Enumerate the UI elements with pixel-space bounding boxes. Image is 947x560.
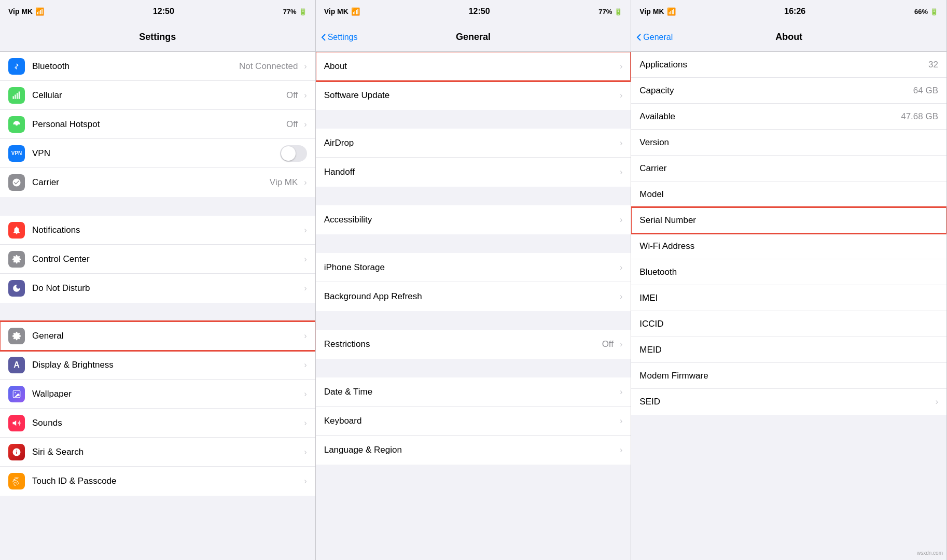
carrier-item[interactable]: Carrier Vip MK › <box>0 168 315 197</box>
vpn-item[interactable]: VPN VPN <box>0 139 315 168</box>
cellular-item[interactable]: Cellular Off › <box>0 81 315 110</box>
general-chevron: › <box>304 331 307 341</box>
bg-refresh-item[interactable]: Background App Refresh › <box>316 282 631 311</box>
general-list[interactable]: About › Software Update › AirDrop › <box>316 52 631 560</box>
applications-item: Applications 32 <box>631 52 946 78</box>
dnd-item[interactable]: Do Not Disturb › <box>0 274 315 303</box>
carrier-about-label: Carrier <box>639 163 666 174</box>
imei-item: IMEI <box>631 285 946 311</box>
siri-chevron: › <box>304 447 307 457</box>
language-item[interactable]: Language & Region › <box>316 436 631 465</box>
system-group: Notifications › Control Center › Do No <box>0 216 315 303</box>
bluetooth-chevron: › <box>304 62 307 71</box>
time-1: 12:50 <box>153 7 174 16</box>
status-bar-1: Vip MK 📶 12:50 77% 🔋 <box>0 0 315 23</box>
network-group: Bluetooth Not Connected › Cellular Off › <box>0 52 315 197</box>
sep-g2 <box>316 187 631 205</box>
handoff-label: Handoff <box>324 167 355 177</box>
sounds-item[interactable]: Sounds › <box>0 409 315 438</box>
back-to-general[interactable]: General <box>636 33 673 42</box>
sep-g5 <box>316 359 631 377</box>
available-item: Available 47.68 GB <box>631 104 946 130</box>
modem-item: Modem Firmware <box>631 363 946 389</box>
model-item: Model <box>631 181 946 207</box>
accessibility-item[interactable]: Accessibility › <box>316 205 631 234</box>
general-item[interactable]: General › <box>0 321 315 351</box>
seid-label: SEID <box>639 397 660 407</box>
control-item[interactable]: Control Center › <box>0 245 315 274</box>
about-content: About › <box>324 61 623 72</box>
imei-label: IMEI <box>639 293 658 303</box>
wallpaper-content: Wallpaper › <box>32 389 307 399</box>
control-chevron: › <box>304 255 307 264</box>
back-to-settings[interactable]: Settings <box>321 33 358 42</box>
version-item: Version <box>631 130 946 156</box>
status-bar-3: Vip MK 📶 16:26 66% 🔋 <box>631 0 946 23</box>
vpn-toggle[interactable] <box>280 145 307 162</box>
notifications-item[interactable]: Notifications › <box>0 216 315 245</box>
battery-percent-1: 77% <box>283 8 297 16</box>
sounds-chevron: › <box>304 418 307 428</box>
iphone-storage-label: iPhone Storage <box>324 262 385 273</box>
display-content: Display & Brightness › <box>32 360 307 370</box>
serial-item[interactable]: Serial Number <box>631 207 946 233</box>
bg-refresh-content: Background App Refresh › <box>324 291 623 302</box>
svg-rect-1 <box>15 94 16 99</box>
hotspot-value: Off <box>286 119 298 130</box>
model-label: Model <box>639 189 663 200</box>
seid-item[interactable]: SEID › <box>631 389 946 415</box>
bluetooth-value: Not Connected <box>239 61 298 72</box>
back-label-settings: Settings <box>328 33 358 42</box>
keyboard-content: Keyboard › <box>324 416 623 426</box>
touchid-item[interactable]: Touch ID & Passcode › <box>0 467 315 496</box>
carrier-content: Carrier Vip MK › <box>32 177 307 188</box>
date-time-content: Date & Time › <box>324 387 623 397</box>
svg-marker-9 <box>13 420 17 426</box>
restrictions-item[interactable]: Restrictions Off › <box>316 330 631 359</box>
keyboard-item[interactable]: Keyboard › <box>316 407 631 436</box>
general-group-5: Restrictions Off › <box>316 330 631 359</box>
about-item[interactable]: About › <box>316 52 631 81</box>
touchid-content: Touch ID & Passcode › <box>32 476 307 486</box>
airdrop-item[interactable]: AirDrop › <box>316 129 631 158</box>
wallpaper-label: Wallpaper <box>32 389 72 399</box>
notifications-icon <box>8 222 25 239</box>
siri-item[interactable]: Siri & Search › <box>0 438 315 467</box>
vpn-content: VPN <box>32 145 307 162</box>
status-left-2: Vip MK 📶 <box>324 7 360 16</box>
general-group-6: Date & Time › Keyboard › Language & Regi… <box>316 377 631 465</box>
airdrop-chevron: › <box>620 138 622 148</box>
applications-value: 32 <box>928 60 938 70</box>
control-icon <box>8 251 25 268</box>
about-label: About <box>324 61 347 72</box>
bluetooth-address-label: Bluetooth <box>639 267 677 277</box>
settings-list[interactable]: Bluetooth Not Connected › Cellular Off › <box>0 52 315 560</box>
language-label: Language & Region <box>324 445 402 455</box>
time-3: 16:26 <box>784 7 805 16</box>
bluetooth-item[interactable]: Bluetooth Not Connected › <box>0 52 315 81</box>
wifi-icon-3: 📶 <box>667 7 676 16</box>
about-list[interactable]: Applications 32 Capacity 64 GB Available… <box>631 52 946 560</box>
back-label-general: General <box>643 33 673 42</box>
iphone-storage-item[interactable]: iPhone Storage › <box>316 253 631 282</box>
battery-percent-2: 77% <box>598 8 612 16</box>
software-item[interactable]: Software Update › <box>316 81 631 110</box>
meid-label: MEID <box>639 345 662 355</box>
carrier-status-3: Vip MK <box>639 7 664 16</box>
sep-g3 <box>316 235 631 253</box>
nav-title-general: General <box>456 32 491 43</box>
display-item[interactable]: A Display & Brightness › <box>0 351 315 380</box>
hotspot-item[interactable]: Personal Hotspot Off › <box>0 110 315 139</box>
wallpaper-item[interactable]: Wallpaper › <box>0 380 315 409</box>
date-time-item[interactable]: Date & Time › <box>316 377 631 407</box>
bluetooth-address-item: Bluetooth <box>631 259 946 285</box>
wifi-icon-2: 📶 <box>351 7 360 16</box>
handoff-item[interactable]: Handoff › <box>316 158 631 187</box>
about-chevron: › <box>620 62 622 71</box>
siri-icon <box>8 444 25 460</box>
available-value: 47.68 GB <box>901 111 938 122</box>
dnd-icon <box>8 280 25 297</box>
wifi-address-item: Wi-Fi Address <box>631 233 946 259</box>
app-settings-group: General › A Display & Brightness › Wall <box>0 321 315 496</box>
svg-rect-2 <box>17 93 18 99</box>
